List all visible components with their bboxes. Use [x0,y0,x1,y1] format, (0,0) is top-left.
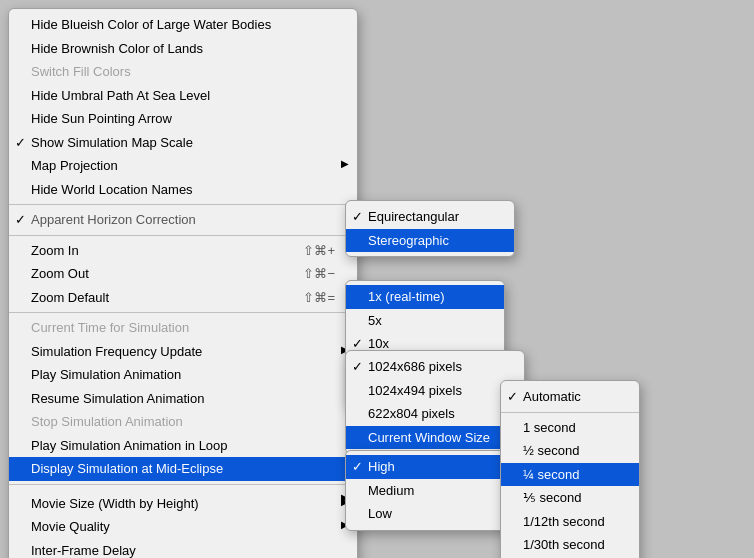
menu-item-hide-world-names[interactable]: Hide World Location Names [9,178,357,202]
zoom-out-shortcut: ⇧⌘− [303,264,335,284]
delay-fifth-second[interactable]: ⅕ second [501,486,639,510]
projection-equirectangular[interactable]: Equirectangular [346,205,514,229]
menu-item-show-map-scale[interactable]: Show Simulation Map Scale [9,131,357,155]
separator-2 [9,235,357,236]
resolution-1024x494[interactable]: 1024x494 pixels [346,379,524,403]
menu-item-apparent-horizon[interactable]: Apparent Horizon Correction [9,208,357,232]
main-menu[interactable]: Hide Blueish Color of Large Water Bodies… [8,8,358,558]
separator-3 [9,312,357,313]
menu-item-current-time[interactable]: Current Time for Simulation [9,316,357,340]
zoom-default-shortcut: ⇧⌘= [303,288,335,308]
menu-item-movie-quality[interactable]: Movie Size (Width by Height) [9,492,357,516]
speed-5x[interactable]: 5x [346,309,504,333]
menu-item-map-projection[interactable]: Map Projection [9,154,357,178]
resolution-1024x686[interactable]: 1024x686 pixels [346,355,524,379]
menu-item-play-loop[interactable]: Play Simulation Animation in Loop [9,434,357,458]
resolution-current-window[interactable]: Current Window Size [346,426,524,450]
submenu-quality[interactable]: High Medium Low [345,450,515,531]
quality-low[interactable]: Low [346,502,514,526]
menu-item-hide-brownish[interactable]: Hide Brownish Color of Lands [9,37,357,61]
menu-item-resume-sim[interactable]: Resume Simulation Animation [9,387,357,411]
delay-half-second[interactable]: ½ second [501,439,639,463]
zoom-in-shortcut: ⇧⌘+ [303,241,335,261]
speed-1x[interactable]: 1x (real-time) [346,285,504,309]
menu-item-zoom-in[interactable]: Zoom In ⇧⌘+ [9,239,357,263]
delay-automatic[interactable]: Automatic [501,385,639,409]
quality-high[interactable]: High [346,455,514,479]
menu-item-play-sim[interactable]: Play Simulation Animation [9,363,357,387]
menu-item-switch-fill[interactable]: Switch Fill Colors [9,60,357,84]
delay-sep [501,412,639,413]
delay-1-second[interactable]: 1 second [501,416,639,440]
menu-item-inter-frame[interactable]: Movie Quality [9,515,357,539]
menu-item-hide-sun-arrow[interactable]: Hide Sun Pointing Arrow [9,107,357,131]
submenu-delay[interactable]: Automatic 1 second ½ second ¼ second ⅕ s… [500,380,640,558]
submenu-resolution[interactable]: 1024x686 pixels 1024x494 pixels 622x804 … [345,350,525,454]
menu-item-save-quicktime[interactable]: Inter-Frame Delay [9,539,357,559]
menu-item-zoom-default[interactable]: Zoom Default ⇧⌘= [9,286,357,310]
resolution-622x804[interactable]: 622x804 pixels [346,402,524,426]
submenu-projection[interactable]: Equirectangular Stereographic [345,200,515,257]
menu-item-display-mid-eclipse[interactable]: Display Simulation at Mid-Eclipse [9,457,357,481]
separator-1 [9,204,357,205]
delay-12th-second[interactable]: 1/12th second [501,510,639,534]
separator-4 [9,484,357,485]
delay-quarter-second[interactable]: ¼ second [501,463,639,487]
menu-item-stop-sim[interactable]: Stop Simulation Animation [9,410,357,434]
menu-item-hide-blueish[interactable]: Hide Blueish Color of Large Water Bodies [9,13,357,37]
quality-medium[interactable]: Medium [346,479,514,503]
menu-item-sim-freq[interactable]: Simulation Frequency Update [9,340,357,364]
menu-item-hide-umbral[interactable]: Hide Umbral Path At Sea Level [9,84,357,108]
delay-30th-second[interactable]: 1/30th second [501,533,639,557]
projection-stereographic[interactable]: Stereographic [346,229,514,253]
menu-item-zoom-out[interactable]: Zoom Out ⇧⌘− [9,262,357,286]
